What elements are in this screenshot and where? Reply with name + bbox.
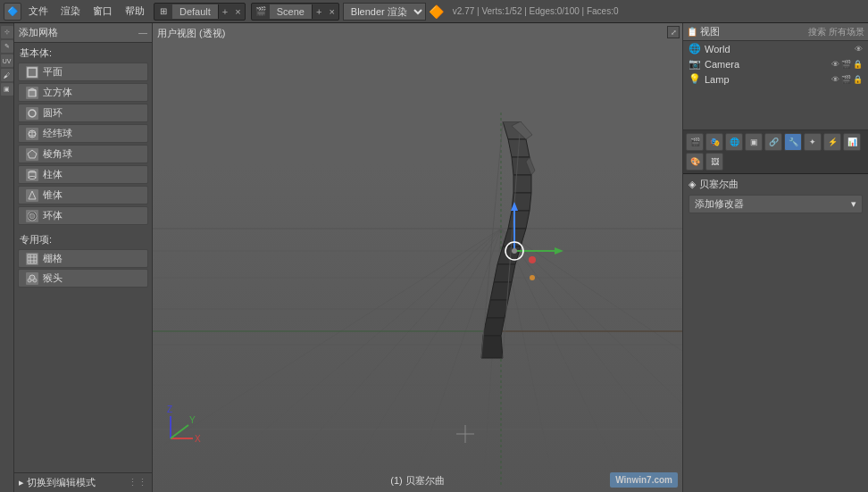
mesh-btn-plane[interactable]: 平面 [18,63,148,81]
toolbar-paint[interactable]: 🖌 [1,69,13,81]
props-tab-scene[interactable]: 🎭 [705,133,723,151]
scene-item-lamp[interactable]: 💡 Lamp 👁 🎬 🔒 [683,71,868,87]
plane-icon [26,66,38,79]
right-panel: 📋 视图 搜索 所有场景 🌐 World 👁 📷 Camera 👁 🎬 [682,23,868,492]
blender-icon[interactable]: 🔷 [4,3,21,21]
world-icon: 🌐 [689,43,701,54]
view-label: 视图 [700,25,805,38]
edit-mode-handle: ⋮⋮ [128,477,147,488]
mesh-btn-circle[interactable]: 圆环 [18,104,148,122]
add-modifier-btn[interactable]: 添加修改器 ▾ [689,195,863,213]
toolbar-uv[interactable]: UV [1,54,13,67]
svg-rect-19 [28,254,37,263]
basic-section-label: 基本体: [14,43,152,62]
svg-marker-49 [508,211,530,229]
props-tab-texture[interactable]: 🖼 [705,153,723,171]
cylinder-icon [26,169,38,181]
uvsphere-icon [26,128,38,140]
layout-tab-add[interactable]: + [219,4,231,19]
props-tab-object[interactable]: ▣ [745,133,763,151]
special-btn-grid[interactable]: 棚格 [18,249,148,268]
svg-text:Z: Z [167,404,172,414]
world-label: World [705,44,730,54]
grid-icon [26,253,38,265]
toolbar-vertex[interactable]: ▣ [1,83,13,96]
svg-rect-0 [28,68,37,77]
props-tab-data[interactable]: 📊 [843,133,861,151]
mesh-btn-cube[interactable]: 立方体 [18,83,148,102]
properties-panel: 🎬 🎭 🌐 ▣ 🔗 🔧 ✦ ⚡ 📊 🎨 🖼 ◈ 贝塞尔曲 添加修改 [683,130,868,492]
mesh-btn-icosphere[interactable]: 棱角球 [18,145,148,163]
scene-item-camera[interactable]: 📷 Camera 👁 🎬 🔒 [683,56,868,71]
bezier-object-svg [456,121,563,389]
svg-point-4 [29,110,36,117]
svg-line-74 [171,425,188,438]
menu-window[interactable]: 窗口 [88,3,118,20]
svg-point-66 [529,256,536,263]
edit-mode-btn[interactable]: ▸ 切换到编辑模式 ⋮⋮ [14,472,152,492]
camera-render-btn[interactable]: 🎬 [841,60,851,69]
toolbar-transform[interactable]: ⊹ [1,26,13,38]
camera-icon: 📷 [689,58,701,70]
scene-tab-close[interactable]: × [325,4,338,19]
lamp-eye-btn[interactable]: 👁 [831,75,839,84]
svg-marker-65 [555,247,563,254]
scene-item-world[interactable]: 🌐 World 👁 [683,41,868,56]
svg-point-69 [512,248,517,254]
scene-tab-group: 🎬 Scene + × [251,3,339,21]
left-panel-collapse[interactable]: — [138,28,147,38]
toolbar-sculpt[interactable]: ✎ [1,40,13,53]
mesh-btn-torus[interactable]: 环体 [18,206,148,225]
scene-label[interactable]: 所有场景 [829,26,864,38]
search-label[interactable]: 搜索 [808,26,826,38]
lamp-lock-btn[interactable]: 🔒 [853,75,863,84]
svg-text:Y: Y [189,415,196,425]
props-tab-world[interactable]: 🌐 [725,133,743,151]
mesh-btn-cone[interactable]: 锥体 [18,186,148,204]
lamp-render-btn[interactable]: 🎬 [841,75,851,84]
svg-point-22 [33,279,37,282]
layout-tab-close[interactable]: × [231,4,244,19]
mesh-btn-cylinder[interactable]: 柱体 [18,165,148,184]
blender-logo: 🔶 [428,3,446,21]
monkey-icon [26,272,38,285]
mesh-btn-uvsphere[interactable]: 经纬球 [18,124,148,143]
props-tab-constraint[interactable]: 🔗 [764,133,782,151]
viewport-label: 用户视图 (透视) [157,27,225,40]
svg-marker-52 [494,264,515,282]
origin-cross [456,425,474,443]
camera-actions: 👁 🎬 🔒 [831,60,863,69]
grid-svg [153,23,682,492]
world-eye-btn[interactable]: 👁 [855,45,863,54]
renderer-select[interactable]: Blender 渲染 [343,3,426,21]
props-tab-render[interactable]: 🎬 [686,133,704,151]
props-tab-physics[interactable]: ⚡ [823,133,841,151]
viewport-status: (1) 贝塞尔曲 [390,474,445,488]
left-panel: 添加网格 — 基本体: 平面 立方体 圆环 经纬球 [14,23,153,492]
menu-render[interactable]: 渲染 [55,3,86,20]
svg-marker-55 [483,318,505,336]
svg-marker-51 [497,246,521,264]
menu-file[interactable]: 文件 [23,3,54,20]
props-tab-modifier[interactable]: 🔧 [784,133,802,151]
menu-help[interactable]: 帮助 [120,3,150,20]
left-panel-header: 添加网格 — [14,23,152,43]
bezier-label: 贝塞尔曲 [699,178,739,191]
camera-eye-btn[interactable]: 👁 [831,60,839,69]
watermark: Winwin7.com [610,472,678,488]
scene-tab-add[interactable]: + [313,4,325,19]
props-tab-particles[interactable]: ✦ [804,133,822,151]
layout-tab[interactable]: Default [172,4,219,19]
svg-point-21 [28,279,31,282]
props-tab-material[interactable]: 🎨 [686,153,704,171]
camera-lock-btn[interactable]: 🔒 [853,60,863,69]
viewport-canvas[interactable]: X Z Y ⤢ (1) 贝塞尔曲 Winwin7.com [153,23,682,492]
layout-icon[interactable]: ⊞ [154,3,172,21]
viewport[interactable]: 用户视图 (透视) [153,23,682,492]
special-btn-monkey[interactable]: 猴头 [18,269,148,288]
scene-icon[interactable]: 🎬 [252,3,270,21]
scene-tab[interactable]: Scene [270,4,313,19]
viewport-header: 用户视图 (透视) [153,23,682,43]
outliner-icon: 📋 [687,27,697,37]
left-toolbar: ⊹ ✎ UV 🖌 ▣ [0,23,14,492]
